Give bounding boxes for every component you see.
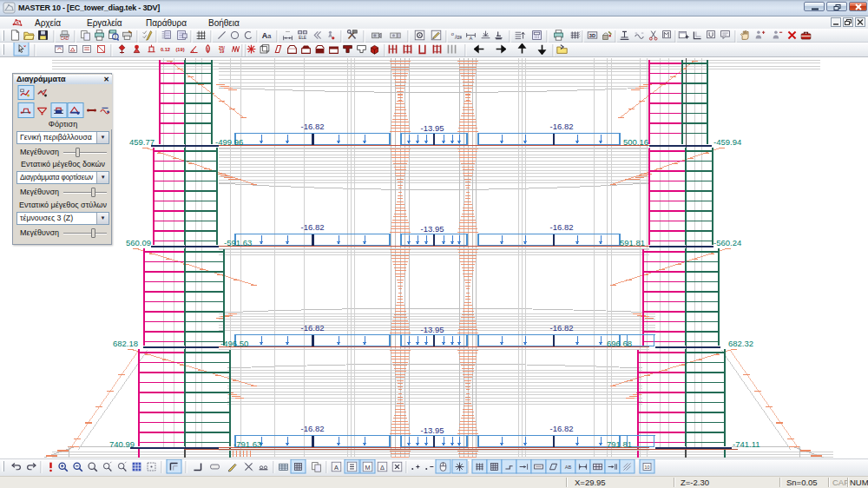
svg-text:-16.82: -16.82 (550, 424, 574, 433)
svg-text:-13.95: -13.95 (421, 325, 444, 334)
svg-text:-741.11: -741.11 (733, 439, 760, 449)
svg-text:591.81: 591.81 (620, 238, 645, 247)
svg-text:-459.94: -459.94 (713, 137, 741, 147)
svg-text:-496.50: -496.50 (220, 339, 248, 348)
svg-text:-791.63: -791.63 (233, 439, 261, 449)
svg-text:500.16: 500.16 (623, 137, 648, 147)
svg-text:696.68: 696.68 (607, 339, 632, 348)
svg-text:-16.82: -16.82 (301, 323, 325, 333)
svg-text:-499.96: -499.96 (215, 137, 243, 147)
svg-text:-16.82: -16.82 (301, 122, 325, 131)
svg-text:459.77: 459.77 (129, 137, 155, 147)
svg-text:-16.82: -16.82 (550, 222, 574, 232)
svg-text:682.18: 682.18 (113, 339, 138, 348)
svg-text:-13.95: -13.95 (421, 224, 444, 234)
svg-text:-16.82: -16.82 (301, 222, 325, 232)
svg-text:560.09: 560.09 (126, 238, 151, 247)
svg-text:-16.82: -16.82 (550, 323, 574, 333)
svg-text:740.99: 740.99 (109, 439, 135, 449)
svg-text:-16.82: -16.82 (550, 122, 574, 131)
svg-text:-591.63: -591.63 (224, 238, 252, 247)
svg-text:-560.24: -560.24 (713, 238, 741, 247)
svg-text:-16.82: -16.82 (301, 424, 325, 433)
svg-text:682.32: 682.32 (728, 339, 753, 348)
svg-text:791.81: 791.81 (607, 439, 632, 449)
svg-text:-13.95: -13.95 (421, 123, 444, 133)
svg-text:-13.95: -13.95 (421, 425, 444, 435)
